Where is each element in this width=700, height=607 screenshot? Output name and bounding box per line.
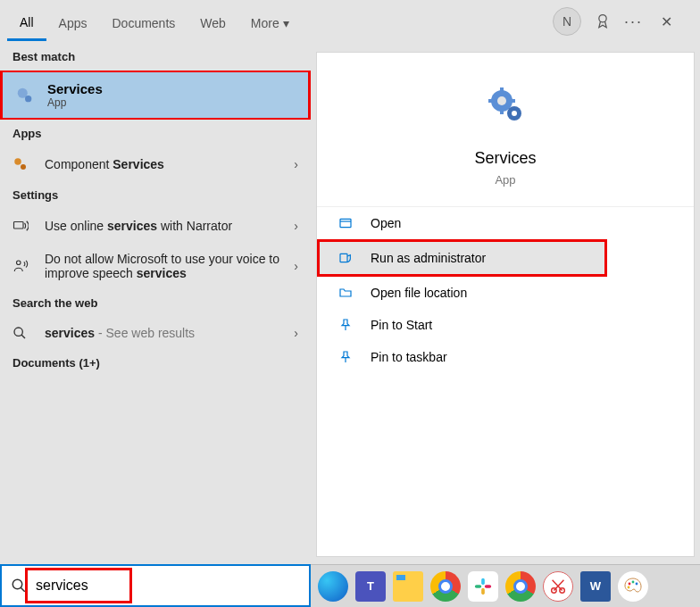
tab-more[interactable]: More ▾	[238, 4, 302, 39]
close-button[interactable]: ✕	[655, 13, 677, 30]
result-web-search[interactable]: services - See web results ›	[0, 317, 311, 349]
action-pin-taskbar[interactable]: Pin to taskbar	[317, 341, 694, 373]
preview-subtitle: App	[495, 173, 515, 187]
search-box[interactable]	[0, 564, 311, 607]
svg-point-26	[632, 580, 635, 583]
narrator-icon	[12, 218, 34, 234]
tab-web[interactable]: Web	[188, 4, 238, 39]
taskbar-paint-icon[interactable]	[618, 571, 648, 602]
chevron-right-icon: ›	[294, 219, 298, 233]
svg-point-6	[17, 261, 21, 265]
admin-shield-icon	[338, 251, 356, 265]
chevron-right-icon: ›	[294, 326, 298, 340]
pin-icon	[338, 350, 356, 364]
svg-point-27	[636, 582, 638, 585]
speech-icon	[12, 258, 34, 274]
action-open[interactable]: Open	[317, 207, 694, 239]
chevron-right-icon: ›	[294, 157, 298, 171]
tab-apps[interactable]: Apps	[46, 4, 100, 39]
chevron-right-icon: ›	[294, 259, 298, 273]
open-icon	[338, 216, 356, 230]
web-section-label: Search the web	[0, 289, 311, 317]
taskbar: T W	[311, 564, 700, 607]
taskbar-chrome-icon[interactable]	[430, 571, 461, 602]
action-pin-start[interactable]: Pin to Start	[317, 309, 694, 341]
services-icon	[15, 86, 37, 105]
apps-section-label: Apps	[0, 120, 311, 147]
svg-rect-20	[475, 585, 481, 588]
component-services-icon	[12, 156, 34, 172]
search-icon	[12, 326, 34, 340]
tab-all[interactable]: All	[7, 3, 46, 41]
svg-rect-5	[14, 222, 24, 229]
taskbar-chrome-canary-icon[interactable]	[505, 571, 536, 602]
svg-point-7	[14, 328, 22, 336]
svg-rect-11	[500, 109, 504, 114]
folder-icon	[338, 286, 356, 300]
documents-section-label: Documents (1+)	[0, 349, 311, 377]
svg-point-3	[14, 158, 21, 165]
search-icon	[2, 578, 36, 594]
result-speech-services[interactable]: Do not allow Microsoft to use your voice…	[0, 243, 311, 289]
svg-point-4	[21, 164, 26, 170]
action-run-as-admin[interactable]: Run as administrator	[317, 239, 607, 277]
svg-rect-10	[500, 87, 504, 93]
result-component-services[interactable]: Component Services ›	[0, 147, 311, 181]
chevron-down-icon: ▾	[283, 16, 289, 30]
svg-point-9	[497, 96, 506, 105]
result-narrator-services[interactable]: Use online services with Narrator ›	[0, 209, 311, 243]
best-match-subtitle: App	[47, 96, 103, 109]
svg-rect-12	[488, 99, 494, 103]
best-match-label: Best match	[0, 43, 311, 71]
results-panel: Best match Services App Apps Component S…	[0, 43, 311, 562]
svg-point-28	[628, 586, 630, 588]
taskbar-snip-icon[interactable]	[543, 571, 573, 602]
search-scope-tabs: All Apps Documents Web More ▾ N ··· ✕	[0, 0, 700, 43]
svg-point-25	[629, 582, 631, 585]
pin-icon	[338, 318, 356, 332]
svg-point-2	[25, 96, 31, 102]
svg-rect-16	[340, 219, 351, 227]
preview-panel: Services App Open Run as administrator O…	[316, 52, 695, 557]
tab-documents[interactable]: Documents	[99, 4, 188, 39]
best-match-title: Services	[47, 81, 103, 96]
search-input[interactable]	[36, 578, 309, 594]
svg-rect-22	[485, 585, 491, 588]
svg-point-18	[12, 579, 22, 589]
svg-rect-21	[481, 587, 485, 594]
user-avatar[interactable]: N	[553, 7, 581, 36]
svg-rect-17	[340, 254, 347, 262]
more-options-icon[interactable]: ···	[624, 12, 643, 31]
rewards-icon[interactable]	[594, 12, 612, 30]
svg-rect-13	[510, 99, 515, 103]
svg-rect-19	[481, 578, 485, 584]
action-open-location[interactable]: Open file location	[317, 277, 694, 309]
taskbar-slack-icon[interactable]	[468, 571, 498, 602]
svg-point-15	[512, 111, 517, 116]
taskbar-explorer-icon[interactable]	[393, 571, 423, 602]
svg-point-0	[599, 15, 606, 22]
services-app-icon	[484, 85, 527, 128]
settings-section-label: Settings	[0, 181, 311, 209]
preview-title: Services	[474, 149, 536, 168]
best-match-result[interactable]: Services App	[0, 71, 311, 120]
taskbar-edge-icon[interactable]	[318, 571, 348, 602]
taskbar-teams-icon[interactable]: T	[355, 571, 386, 602]
taskbar-word-icon[interactable]: W	[580, 571, 611, 602]
